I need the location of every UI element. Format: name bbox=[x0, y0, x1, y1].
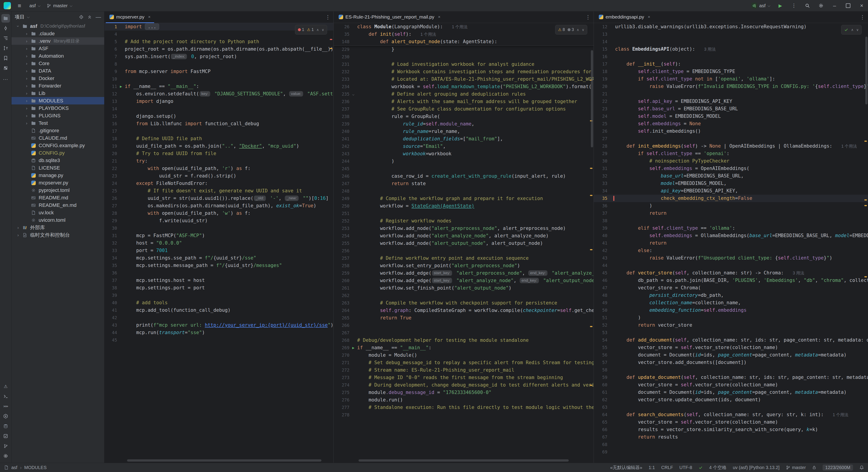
code-text[interactable]: api_key=EMBEDDINGS_API_KEY, bbox=[615, 187, 868, 195]
line-number[interactable]: 17 bbox=[104, 127, 117, 135]
code-area[interactable]: 1import ...45# Add the project root dire… bbox=[104, 23, 333, 344]
chevron-icon[interactable]: › bbox=[23, 84, 30, 88]
code-line[interactable]: 58 bbox=[594, 366, 868, 374]
tree-item-forwarder[interactable]: ›Forwarder bbox=[11, 82, 104, 90]
chevron-icon[interactable]: › bbox=[23, 68, 30, 73]
line-number[interactable]: 19 bbox=[594, 75, 608, 83]
line-number[interactable]: 270 bbox=[334, 351, 349, 359]
run-gutter-icon[interactable]: ▶ bbox=[117, 83, 125, 90]
inspections-widget[interactable]: ∧∨ bbox=[841, 25, 862, 35]
maximize-button[interactable] bbox=[842, 0, 855, 11]
code-text[interactable]: return state bbox=[357, 180, 594, 187]
code-text[interactable]: os.makedirs(os.path.dirname(uuid_file_pa… bbox=[125, 202, 333, 210]
line-number[interactable]: 14 bbox=[594, 38, 608, 45]
code-line[interactable]: 259 workflow.add_edge(start_key: "alert_… bbox=[334, 270, 594, 277]
line-number[interactable]: 1 bbox=[104, 23, 117, 31]
code-text[interactable]: from Lib.llmfunc import function_call_de… bbox=[125, 120, 333, 127]
code-text[interactable] bbox=[125, 105, 333, 113]
tab-options-icon[interactable]: ⋮ bbox=[860, 14, 865, 20]
line-number[interactable]: 55 bbox=[594, 344, 608, 351]
code-text[interactable]: # Alerts with the same mail_from address… bbox=[357, 98, 594, 105]
code-line[interactable]: 39 bbox=[104, 292, 333, 299]
code-line[interactable]: 9from mcp.server import FastMCP bbox=[104, 68, 333, 75]
code-text[interactable] bbox=[125, 336, 333, 344]
code-line[interactable]: 20 # Try to read UUID from file bbox=[104, 150, 333, 157]
code-line[interactable]: 255 workflow.add_node("alert_output_node… bbox=[334, 240, 594, 247]
code-line[interactable]: 17 bbox=[104, 127, 333, 135]
code-line[interactable]: 21 bbox=[594, 90, 868, 98]
chevron-icon[interactable]: › bbox=[23, 106, 30, 111]
code-text[interactable] bbox=[357, 210, 594, 217]
code-line[interactable]: 46 db_path = os.path.join(BASE_DIR, 'PLU… bbox=[594, 277, 868, 284]
minimize-button[interactable]: – bbox=[828, 0, 841, 11]
line-number[interactable]: 19 bbox=[104, 143, 117, 150]
project-tool-button[interactable] bbox=[1, 14, 10, 23]
line-number[interactable]: 51 bbox=[594, 314, 608, 321]
line-number[interactable]: 233 bbox=[334, 75, 349, 83]
code-text[interactable]: rule_id=self.module_name, bbox=[357, 120, 594, 128]
editor-body[interactable]: 26class Module(LanggraphModule):1 个用法35 … bbox=[334, 23, 594, 463]
version-control-tool-button[interactable] bbox=[1, 442, 10, 450]
code-line[interactable]: 266 bbox=[334, 322, 594, 329]
code-line[interactable]: 246 case_row_id = create_alert_with_grou… bbox=[334, 172, 594, 180]
code-line[interactable]: 67 return results bbox=[594, 433, 868, 441]
code-text[interactable]: mcp.settings.message_path = f"/{uuid_str… bbox=[125, 262, 333, 269]
tree-item-license[interactable]: LICENSE bbox=[11, 164, 104, 171]
code-line[interactable]: 242 source="Email", bbox=[334, 143, 594, 150]
tree-item-automation[interactable]: ›Automation bbox=[11, 52, 104, 60]
close-button[interactable]: × bbox=[855, 0, 868, 11]
code-text[interactable]: vector_store.update_document(ids, docume… bbox=[615, 396, 868, 404]
status-branch[interactable]: master bbox=[786, 465, 806, 470]
code-text[interactable]: ) bbox=[615, 202, 868, 210]
line-number[interactable]: 273 bbox=[334, 374, 349, 381]
line-number[interactable]: 18 bbox=[104, 135, 117, 143]
line-number[interactable]: 252 bbox=[334, 217, 349, 225]
line-number[interactable]: 22 bbox=[104, 165, 117, 172]
code-line[interactable]: 236 # Alerts with the same mail_from add… bbox=[334, 98, 594, 105]
code-line[interactable]: 278 bbox=[334, 411, 594, 419]
code-line[interactable]: 275 module.debug_message_id = "176233346… bbox=[334, 389, 594, 396]
usages-hint[interactable]: 1 个用法 bbox=[421, 32, 436, 37]
code-line[interactable]: 28 with open(uuid_file_path, 'w') as f: bbox=[104, 210, 333, 217]
previous-problem-icon[interactable]: ∧ bbox=[851, 26, 854, 33]
pull-requests-tool-button[interactable] bbox=[1, 44, 10, 53]
code-text[interactable]: self.embeddings = OpenAIEmbeddings( bbox=[615, 165, 868, 172]
chevron-icon[interactable]: › bbox=[23, 46, 30, 51]
code-line[interactable]: 32 host = "0.0.0.0" bbox=[104, 240, 333, 247]
line-number[interactable]: 17 bbox=[594, 60, 608, 68]
line-number[interactable]: 28 bbox=[104, 210, 117, 217]
run-gutter-icon[interactable]: ▶ bbox=[349, 344, 357, 351]
tree-item-mcpserver-py[interactable]: mcpserver.py bbox=[11, 179, 104, 187]
line-number[interactable]: 9 bbox=[104, 68, 117, 75]
line-number[interactable]: 24 bbox=[594, 113, 608, 120]
code-area[interactable]: 12urllib3.disable_warnings(urllib3.excep… bbox=[594, 23, 868, 456]
code-line[interactable]: 61 document = Document(id=ids, page_cont… bbox=[594, 388, 868, 396]
line-number[interactable]: 37 bbox=[594, 210, 608, 217]
project-widget[interactable]: asf ⌵ bbox=[27, 1, 43, 10]
tree-item-asf[interactable]: ›ASF bbox=[11, 45, 104, 52]
line-number[interactable]: 258 bbox=[334, 262, 349, 270]
line-number[interactable]: 44 bbox=[594, 262, 608, 269]
status-crlf[interactable]: CRLF bbox=[661, 465, 673, 470]
code-text[interactable] bbox=[125, 224, 333, 232]
code-line[interactable]: 27 os.makedirs(os.path.dirname(uuid_file… bbox=[104, 202, 333, 210]
code-text[interactable]: def init_embeddings(self) -> None | Open… bbox=[615, 143, 868, 150]
status-1223-2600m[interactable]: 1223/2600M bbox=[823, 465, 853, 471]
error-stripe-mark[interactable] bbox=[864, 199, 867, 200]
line-number[interactable]: 259 bbox=[334, 270, 349, 277]
code-line[interactable]: 48 persist_directory=db_path, bbox=[594, 292, 868, 299]
line-number[interactable]: 276 bbox=[334, 396, 349, 404]
code-text[interactable]: mcp.settings.host = host bbox=[125, 277, 333, 284]
code-line[interactable]: 42 bbox=[104, 314, 333, 321]
code-text[interactable]: # Define UUID file path bbox=[125, 135, 333, 143]
window-icon[interactable] bbox=[4, 465, 8, 470]
code-text[interactable]: # noinspection PyTypeChecker bbox=[615, 157, 868, 165]
code-text[interactable]: # If file doesn't exist, generate new UU… bbox=[125, 187, 333, 195]
line-number[interactable]: 22 bbox=[594, 98, 608, 105]
line-number[interactable]: 231 bbox=[334, 61, 349, 68]
code-text[interactable] bbox=[615, 404, 868, 411]
code-text[interactable]: mcp.settings.port = port bbox=[125, 284, 333, 292]
main-menu-button[interactable]: ≡ bbox=[13, 1, 26, 10]
line-number[interactable]: 271 bbox=[334, 359, 349, 367]
code-text[interactable] bbox=[357, 247, 594, 255]
